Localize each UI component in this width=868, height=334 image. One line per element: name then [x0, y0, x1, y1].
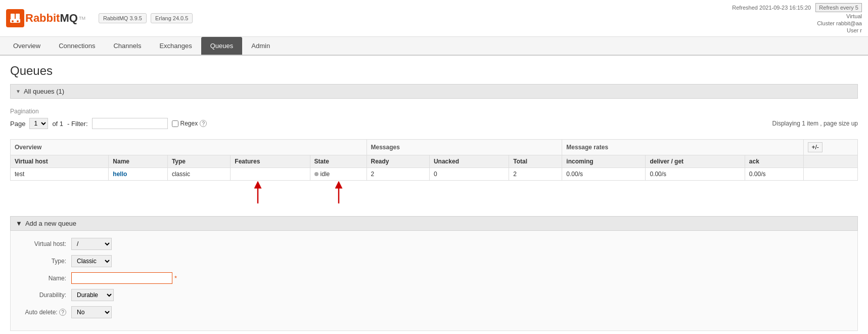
filter-label: - Filter:	[67, 120, 87, 128]
version-erlang: Erlang 24.0.5	[151, 13, 193, 23]
state-dot	[314, 172, 318, 176]
durability-label: Durability:	[21, 291, 71, 299]
plus-minus-header[interactable]: +/-	[804, 140, 858, 155]
svg-point-4	[17, 20, 19, 22]
type-row: Type: Classic	[21, 255, 847, 267]
message-rates-col-header: Message rates	[562, 140, 804, 155]
version-rabbitmq: RabbitMQ 3.9.5	[99, 13, 147, 23]
queue-table-wrapper: Overview Messages Message rates +/- Virt…	[10, 139, 858, 206]
add-queue-section: ▼ Add a new queue Virtual host: / Type: …	[10, 216, 858, 331]
filter-input[interactable]	[92, 118, 168, 129]
cell-ready: 2	[367, 168, 429, 181]
virtual-host-label: Virtual host:	[21, 240, 71, 247]
nav-channels[interactable]: Channels	[104, 37, 150, 55]
durability-row: Durability: Durable Transient	[21, 289, 847, 301]
cell-features	[231, 168, 310, 181]
col-state: State	[310, 155, 367, 168]
col-incoming: incoming	[562, 155, 646, 168]
overview-col-header: Overview	[11, 140, 367, 155]
nav-admin[interactable]: Admin	[242, 37, 279, 55]
add-queue-label: Add a new queue	[25, 220, 76, 227]
svg-rect-1	[16, 14, 20, 19]
nav-queues[interactable]: Queues	[201, 37, 243, 55]
refresh-every-button[interactable]: Refresh every 5	[815, 3, 862, 12]
svg-rect-2	[10, 19, 20, 23]
col-type: Type	[167, 155, 230, 168]
cell-extra	[804, 168, 858, 181]
nav-exchanges[interactable]: Exchanges	[150, 37, 201, 55]
virtual-host-select[interactable]: /	[71, 238, 112, 250]
svg-rect-0	[11, 14, 15, 19]
type-select[interactable]: Classic	[71, 255, 112, 267]
auto-delete-label: Auto delete: ?	[21, 309, 71, 316]
pagination-section: Pagination Page 1 of 1 - Filter: Regex ?…	[10, 104, 858, 133]
messages-col-header: Messages	[367, 140, 562, 155]
name-input[interactable]	[71, 272, 172, 284]
page-title: Queues	[10, 64, 858, 78]
add-queue-form: Virtual host: / Type: Classic Name: * Du…	[10, 231, 858, 331]
col-features: Features	[231, 155, 310, 168]
durability-select[interactable]: Durable Transient	[71, 289, 114, 301]
page-label: Page	[10, 120, 25, 128]
cell-total: 2	[509, 168, 562, 181]
collapse-arrow: ▼	[16, 89, 21, 94]
auto-delete-help[interactable]: ?	[59, 309, 66, 316]
cell-incoming: 0.00/s	[562, 168, 646, 181]
cell-state: idle	[310, 168, 367, 181]
auto-delete-row: Auto delete: ? No Yes	[21, 306, 847, 318]
cell-name: hello	[109, 168, 168, 181]
nav-connections[interactable]: Connections	[50, 37, 104, 55]
nav-bar: Overview Connections Channels Exchanges …	[0, 37, 868, 56]
user-label: User r	[847, 27, 862, 33]
type-label: Type:	[21, 258, 71, 265]
all-queues-label: All queues (1)	[24, 88, 64, 95]
cell-type: classic	[167, 168, 230, 181]
regex-help-icon[interactable]: ?	[200, 120, 207, 127]
svg-point-3	[12, 20, 14, 22]
name-row: Name: *	[21, 272, 847, 284]
plus-minus-button[interactable]: +/-	[808, 142, 822, 152]
regex-label: Regex ?	[172, 120, 207, 127]
arrow-total	[324, 181, 425, 206]
pagination-label: Pagination	[10, 108, 858, 115]
all-queues-section-header[interactable]: ▼ All queues (1)	[10, 84, 858, 99]
refreshed-timestamp: Refreshed 2021-09-23 16:15:20	[732, 5, 811, 11]
arrow-ready	[243, 181, 344, 206]
auto-delete-select[interactable]: No Yes	[71, 306, 112, 318]
col-extra	[804, 155, 858, 168]
regex-checkbox[interactable]	[172, 120, 178, 127]
col-deliver-get: deliver / get	[646, 155, 745, 168]
cell-unacked: 0	[429, 168, 509, 181]
col-total: Total	[509, 155, 562, 168]
table-row: test hello classic idle 2 0 2 0.00/s 0.0…	[11, 168, 858, 181]
name-label: Name:	[21, 275, 71, 282]
cluster-label: Cluster rabbit@aa	[817, 20, 862, 26]
page-select[interactable]: 1	[29, 118, 48, 129]
queue-name-link[interactable]: hello	[113, 171, 127, 178]
col-ready: Ready	[367, 155, 429, 168]
col-virtual-host: Virtual host	[11, 155, 109, 168]
queue-table: Overview Messages Message rates +/- Virt…	[10, 139, 858, 181]
virtual-host-row: Virtual host: /	[21, 238, 847, 250]
virtual-label: Virtual	[846, 13, 862, 19]
display-info: Displaying 1 item , page size up	[772, 120, 858, 127]
cell-ack: 0.00/s	[745, 168, 804, 181]
cell-virtual-host: test	[11, 168, 109, 181]
nav-overview[interactable]: Overview	[4, 37, 50, 55]
col-ack: ack	[745, 155, 804, 168]
add-queue-arrow: ▼	[16, 220, 22, 227]
col-unacked: Unacked	[429, 155, 509, 168]
of-label: of 1	[52, 120, 63, 128]
add-queue-header[interactable]: ▼ Add a new queue	[10, 216, 858, 231]
col-name: Name	[109, 155, 168, 168]
cell-deliver-get: 0.00/s	[646, 168, 745, 181]
required-star: *	[174, 274, 177, 282]
